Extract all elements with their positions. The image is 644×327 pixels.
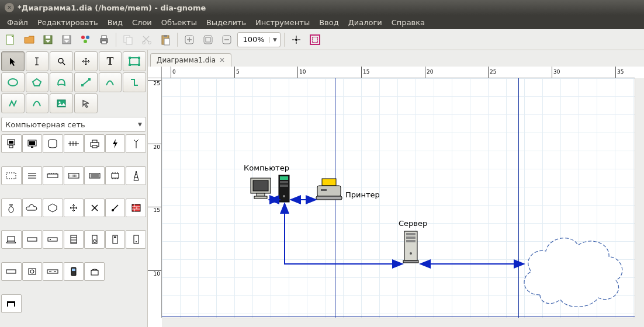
menu-view[interactable]: Вид <box>103 16 127 29</box>
shape-box-dash[interactable] <box>1 166 22 185</box>
shape-hexagon[interactable] <box>43 199 63 217</box>
shape-printer[interactable] <box>84 134 105 153</box>
shape-tools[interactable] <box>105 199 126 217</box>
shape-lines[interactable] <box>22 166 43 185</box>
copy-button[interactable] <box>120 32 136 48</box>
ruler-vertical[interactable]: 25 20 15 10 <box>148 78 162 318</box>
tool-pointer[interactable] <box>1 51 25 71</box>
tool-polygon[interactable] <box>26 72 49 92</box>
tool-ellipse[interactable] <box>1 72 25 92</box>
svg-rect-25 <box>129 57 131 59</box>
snap-object-button[interactable] <box>307 32 323 48</box>
shape-tower[interactable] <box>126 166 146 185</box>
tool-zigzag[interactable] <box>123 72 146 92</box>
shape-flash[interactable] <box>105 134 126 153</box>
menu-file[interactable]: Файл <box>2 16 33 29</box>
svg-rect-63 <box>6 270 16 273</box>
shape-hub[interactable] <box>43 166 63 185</box>
device-cloud[interactable] <box>517 219 628 314</box>
shape-switch[interactable] <box>43 262 63 281</box>
zoom-fit-button[interactable] <box>200 32 216 48</box>
save-as-button[interactable] <box>58 32 75 48</box>
shape-monitor[interactable] <box>22 134 43 153</box>
menu-edit[interactable]: Редактировать <box>33 16 103 29</box>
scrollbar-horizontal[interactable] <box>162 318 635 327</box>
tool-text[interactable]: T <box>99 51 122 71</box>
shape-phone[interactable] <box>64 262 84 281</box>
shape-desk[interactable] <box>1 294 22 313</box>
label-computer[interactable]: Компьютер <box>244 164 289 172</box>
close-icon[interactable]: ✕ <box>5 3 14 12</box>
zoom-out-button[interactable] <box>219 32 235 48</box>
shape-speaker[interactable] <box>84 230 105 249</box>
svg-rect-66 <box>47 270 58 273</box>
label-server[interactable]: Сервер <box>399 219 427 228</box>
label-printer[interactable]: Принтер <box>345 190 380 199</box>
new-file-button[interactable] <box>2 32 19 48</box>
tool-box[interactable] <box>123 51 146 71</box>
shape-cloud[interactable] <box>22 199 43 217</box>
open-file-button[interactable] <box>21 32 37 48</box>
shape-unit2[interactable] <box>43 230 63 249</box>
shape-router[interactable] <box>1 262 22 281</box>
menu-layers[interactable]: Слои <box>127 16 157 29</box>
device-server[interactable] <box>402 230 420 266</box>
menu-tools[interactable]: Инструменты <box>251 16 314 29</box>
zoom-input[interactable] <box>238 35 269 44</box>
tool-scroll[interactable] <box>74 51 98 71</box>
shape-storage[interactable] <box>43 134 63 153</box>
zoom-in-button[interactable] <box>181 32 198 48</box>
shape-rack[interactable] <box>64 230 84 249</box>
close-tab-icon[interactable]: ✕ <box>219 56 225 64</box>
tool-bezier[interactable] <box>26 93 49 113</box>
shape-chip[interactable] <box>105 166 126 185</box>
shape-antenna[interactable] <box>126 134 146 153</box>
cut-button[interactable] <box>139 32 155 48</box>
canvas[interactable]: Компьютер Принтер Сервер Интернет <box>162 78 635 318</box>
tab-diagram1[interactable]: Диаграмма1.dia ✕ <box>150 53 231 67</box>
tool-line[interactable] <box>74 72 98 92</box>
save-button[interactable] <box>40 32 56 48</box>
shape-sheet-select[interactable]: Компьютерная сеть ▼ <box>1 117 146 132</box>
device-tower[interactable] <box>278 173 290 205</box>
shape-cross[interactable] <box>84 199 105 217</box>
tool-image[interactable] <box>50 93 73 113</box>
menu-help[interactable]: Справка <box>387 16 430 29</box>
tool-text-edit[interactable] <box>26 51 49 71</box>
snap-point-button[interactable] <box>288 32 304 48</box>
shape-patch[interactable] <box>84 166 105 185</box>
shape-firewall[interactable] <box>126 199 146 217</box>
ruler-horizontal[interactable]: 0 5 10 15 20 25 30 35 40 <box>162 67 635 78</box>
shape-midtower[interactable] <box>126 230 146 249</box>
export-button[interactable] <box>77 32 94 48</box>
tool-polyline[interactable] <box>1 93 25 113</box>
zoom-combo[interactable]: ▼ <box>237 32 281 47</box>
shape-unit[interactable] <box>22 230 43 249</box>
shape-keyboard[interactable] <box>64 166 84 185</box>
menu-input[interactable]: Ввод <box>314 16 344 29</box>
paste-button[interactable] <box>157 32 174 48</box>
tab-label: Диаграмма1.dia <box>157 56 216 64</box>
tool-beziergon[interactable] <box>50 72 73 92</box>
svg-rect-48 <box>112 173 119 178</box>
menu-select[interactable]: Выделить <box>202 16 251 29</box>
shape-phone2[interactable] <box>84 262 105 281</box>
shape-computer[interactable] <box>1 134 22 153</box>
shape-laptop[interactable] <box>1 230 22 249</box>
menu-objects[interactable]: Объекты <box>157 16 202 29</box>
print-button[interactable] <box>96 32 112 48</box>
shape-move[interactable] <box>64 199 84 217</box>
shape-tower-pc[interactable] <box>105 230 126 249</box>
canvas-wrap: 0 5 10 15 20 25 30 35 40 25 20 15 10 <box>148 67 644 327</box>
tool-outline[interactable] <box>74 93 98 113</box>
device-printer[interactable] <box>315 178 343 205</box>
tool-arc[interactable] <box>99 72 122 92</box>
zoom-dropdown-icon[interactable]: ▼ <box>269 37 280 43</box>
scrollbar-vertical[interactable] <box>635 78 644 318</box>
shape-plug[interactable] <box>1 199 22 217</box>
shape-bus[interactable] <box>64 134 84 153</box>
menu-dialogs[interactable]: Диалоги <box>344 16 387 29</box>
content-area: T Компьютерная сеть ▼ <box>0 50 644 327</box>
shape-disk[interactable] <box>22 262 43 281</box>
tool-magnify[interactable] <box>50 51 73 71</box>
